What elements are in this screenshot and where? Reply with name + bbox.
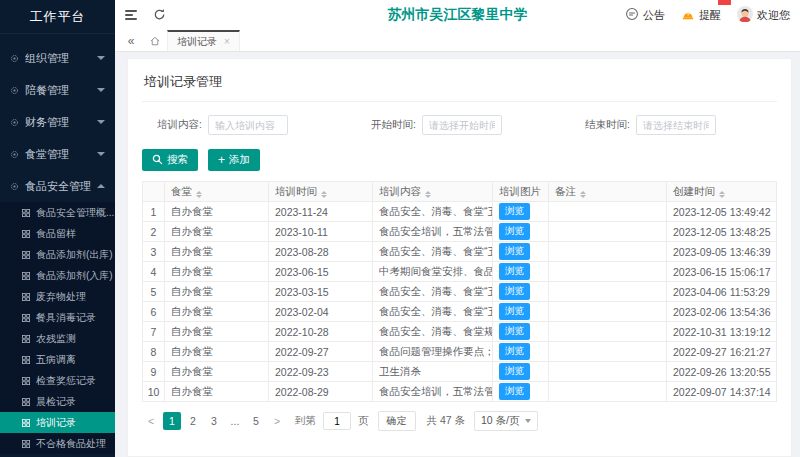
sort-icon[interactable] bbox=[321, 191, 327, 198]
browse-button[interactable]: 浏览 bbox=[499, 303, 530, 320]
sidebar-item-label: 废弃物处理 bbox=[36, 290, 86, 304]
cell-text: 7 bbox=[151, 326, 157, 338]
row-index: 4 bbox=[143, 262, 165, 282]
cell-text: 9 bbox=[151, 366, 157, 378]
browse-button[interactable]: 浏览 bbox=[499, 343, 530, 360]
sidebar-item-6[interactable]: 餐具消毒记录 bbox=[0, 307, 115, 328]
add-label: 添加 bbox=[229, 153, 250, 167]
browse-button[interactable]: 浏览 bbox=[499, 383, 530, 400]
row-index: 7 bbox=[143, 322, 165, 342]
home-icon[interactable] bbox=[143, 30, 167, 51]
sort-icon[interactable] bbox=[719, 191, 725, 198]
sidebar-item-7[interactable]: 农残监测 bbox=[0, 328, 115, 349]
reminder-button[interactable]: 提醒 bbox=[681, 7, 721, 23]
sidebar-item-3[interactable]: 食品添加剂(出库) bbox=[0, 244, 115, 265]
remark-cell bbox=[549, 362, 667, 382]
browse-button[interactable]: 浏览 bbox=[499, 263, 530, 280]
sidebar-item-4[interactable]: 食品添加剂(入库) bbox=[0, 265, 115, 286]
grid-icon bbox=[22, 377, 30, 385]
cell-text: 2023-08-28 bbox=[275, 246, 329, 258]
column-header-3[interactable]: 培训时间 bbox=[269, 182, 373, 202]
end-time-label: 结束时间: bbox=[572, 118, 630, 132]
canteen-cell: 自办食堂 bbox=[165, 242, 269, 262]
remark-cell bbox=[549, 302, 667, 322]
sort-icon[interactable] bbox=[425, 191, 431, 198]
goto-page-input[interactable] bbox=[323, 412, 351, 430]
created-time-cell: 2022-10-31 13:19:12 bbox=[667, 322, 777, 342]
sidebar-item-9[interactable]: 检查奖惩记录 bbox=[0, 370, 115, 391]
column-label: 备注 bbox=[555, 185, 576, 197]
avatar bbox=[737, 6, 753, 24]
page-button-5[interactable]: 5 bbox=[247, 412, 265, 430]
browse-button[interactable]: 浏览 bbox=[499, 203, 530, 220]
remark-cell bbox=[549, 242, 667, 262]
train-date-cell: 2023-08-28 bbox=[269, 242, 373, 262]
user-menu[interactable]: 欢迎您 bbox=[737, 6, 790, 24]
row-index: 1 bbox=[143, 202, 165, 222]
sidebar-menu-4[interactable]: 食堂管理 bbox=[0, 138, 115, 170]
column-header-2[interactable]: 食堂 bbox=[165, 182, 269, 202]
refresh-icon[interactable] bbox=[153, 8, 166, 23]
browse-button[interactable]: 浏览 bbox=[499, 323, 530, 340]
start-time-input[interactable] bbox=[422, 115, 502, 135]
sidebar-item-1[interactable]: 食品安全管理概... bbox=[0, 202, 115, 223]
cell-text: 自办食堂 bbox=[171, 225, 213, 237]
canteen-cell: 自办食堂 bbox=[165, 382, 269, 402]
sidebar-item-label: 晨检记录 bbox=[36, 395, 76, 409]
row-index: 2 bbox=[143, 222, 165, 242]
browse-button[interactable]: 浏览 bbox=[499, 363, 530, 380]
sidebar-menu-2[interactable]: 陪餐管理 bbox=[0, 74, 115, 106]
created-time-cell: 2023-12-05 13:48:25 bbox=[667, 222, 777, 242]
page-size-select[interactable]: 10 条/页 bbox=[474, 411, 538, 431]
sort-icon[interactable] bbox=[580, 191, 586, 198]
sort-icon[interactable] bbox=[196, 191, 202, 198]
sidebar-menu-label: 陪餐管理 bbox=[25, 83, 91, 98]
sidebar-item-2[interactable]: 食品留样 bbox=[0, 223, 115, 244]
page-button-1[interactable]: 1 bbox=[163, 412, 181, 430]
add-button[interactable]: + 添加 bbox=[208, 149, 260, 171]
tab-training-records[interactable]: 培训记录 × bbox=[167, 30, 240, 51]
grid-icon bbox=[22, 419, 30, 427]
cell-text: 2023-02-06 13:54:36 bbox=[673, 306, 771, 318]
prev-page-button[interactable]: < bbox=[142, 412, 160, 430]
browse-button[interactable]: 浏览 bbox=[499, 243, 530, 260]
cell-text: 2023-12-05 13:48:25 bbox=[673, 226, 771, 238]
column-label: 培训时间 bbox=[275, 185, 317, 197]
grid-icon bbox=[22, 251, 30, 259]
browse-button[interactable]: 浏览 bbox=[499, 223, 530, 240]
page-title: 培训记录管理 bbox=[142, 69, 777, 102]
sidebar-menu-1[interactable]: 组织管理 bbox=[0, 42, 115, 74]
sidebar-menu-3[interactable]: 财务管理 bbox=[0, 106, 115, 138]
column-header-7[interactable]: 创建时间 bbox=[667, 182, 777, 202]
collapse-tabs-icon[interactable]: « bbox=[119, 30, 143, 51]
browse-button[interactable]: 浏览 bbox=[499, 283, 530, 300]
sidebar-item-10[interactable]: 晨检记录 bbox=[0, 391, 115, 412]
sidebar-item-label: 食品添加剂(出库) bbox=[36, 248, 113, 262]
sidebar-item-12[interactable]: 不合格食品处理 bbox=[0, 433, 115, 454]
sidebar-menu-5[interactable]: 食品安全管理 bbox=[0, 170, 115, 202]
cell-text: 2022-09-27 bbox=[275, 346, 329, 358]
column-header-6[interactable]: 备注 bbox=[549, 182, 667, 202]
sidebar-item-label: 农残监测 bbox=[36, 332, 76, 346]
column-header-4[interactable]: 培训内容 bbox=[373, 182, 493, 202]
page-button-2[interactable]: 2 bbox=[184, 412, 202, 430]
row-index: 8 bbox=[143, 342, 165, 362]
fold-menu-icon[interactable] bbox=[125, 10, 137, 20]
search-button[interactable]: 搜索 bbox=[142, 149, 198, 171]
page-ellipsis[interactable]: ... bbox=[226, 412, 244, 430]
sidebar-item-8[interactable]: 五病调离 bbox=[0, 349, 115, 370]
cell-text: 2022-10-31 13:19:12 bbox=[673, 326, 771, 338]
tab-close-icon[interactable]: × bbox=[224, 36, 230, 47]
confirm-button[interactable]: 确定 bbox=[378, 411, 416, 431]
canteen-cell: 自办食堂 bbox=[165, 302, 269, 322]
announcement-button[interactable]: 公告 bbox=[625, 7, 665, 23]
cell-text: 自办食堂 bbox=[171, 285, 213, 297]
cell-text: 食品安全培训，五常法管... bbox=[379, 225, 493, 237]
page-unit-label: 页 bbox=[358, 414, 369, 428]
sidebar-item-5[interactable]: 废弃物处理 bbox=[0, 286, 115, 307]
next-page-button[interactable]: > bbox=[268, 412, 286, 430]
sidebar-item-11[interactable]: 培训记录 bbox=[0, 412, 115, 433]
end-time-input[interactable] bbox=[636, 115, 716, 135]
train-content-input[interactable] bbox=[208, 115, 288, 135]
page-button-3[interactable]: 3 bbox=[205, 412, 223, 430]
